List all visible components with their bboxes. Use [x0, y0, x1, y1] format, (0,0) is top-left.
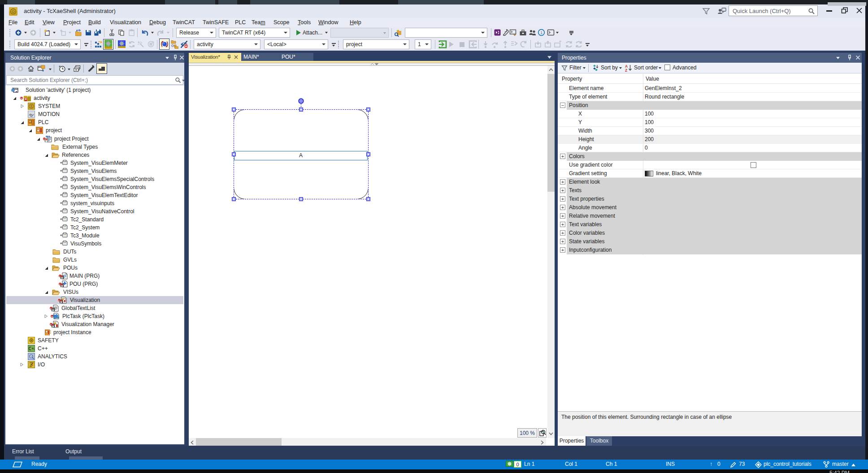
- svg-text:Z: Z: [625, 68, 627, 72]
- svg-text:1: 1: [540, 30, 542, 35]
